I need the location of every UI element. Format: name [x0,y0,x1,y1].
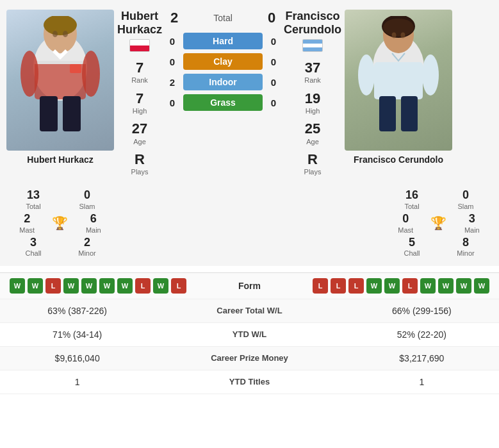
grass-button[interactable]: Grass [183,94,263,111]
right-mast-value: 0 [389,212,421,226]
form-badge-left: W [117,278,133,294]
svg-point-15 [383,19,414,37]
right-player-photo-container: Francisco Cerundolo [345,10,452,179]
form-badge-right: W [474,278,489,294]
right-main-label: Main [456,226,488,235]
right-high-value: 19 [284,90,341,107]
svg-rect-18 [374,62,423,99]
form-badge-right: L [331,278,346,294]
right-age-label: Age [284,138,341,146]
left-age-value: 27 [117,120,162,137]
left-rank-cell: 7 Rank [117,60,162,85]
form-badges-right: LLLWWLWWWW [288,278,490,294]
form-badge-right: W [384,278,400,294]
left-total-label: Total [17,203,49,211]
right-trophy-icon: 🏆 [430,215,446,231]
left-plays-label: Plays [117,168,162,176]
left-mast-value: 2 [11,212,43,226]
indoor-score-left: 2 [165,77,179,88]
left-player-photo-container: Hubert Hurkacz [6,10,114,179]
right-plays-value: R [284,151,341,168]
right-player-silhouette [345,10,452,151]
total-row: 2 Total 0 [165,10,281,26]
form-badge-right: W [456,278,471,294]
svg-rect-21 [379,96,396,131]
center-spacer [117,188,189,258]
form-badge-left: L [135,278,151,294]
clay-button[interactable]: Clay [183,53,263,70]
right-rank-cell: 37 Rank [284,60,341,85]
svg-point-19 [358,54,375,95]
total-label: Total [187,13,259,23]
ytd-titles-row: 1 YTD Titles 1 [0,370,499,394]
right-mast-item: 0 Mast [389,212,421,235]
left-minor-label: Minor [71,249,103,258]
left-minor-item: 2 Minor [71,236,103,258]
left-rank-value: 7 [117,60,162,76]
left-slam-label: Slam [71,203,103,211]
left-stats-panel: Hubert Hurkacz 7 Rank 7 High 27 Age [117,10,162,179]
right-minor-label: Minor [450,249,482,258]
ytd-wl-row: 71% (34-14) YTD W/L 52% (22-20) [0,322,499,346]
svg-rect-22 [401,96,418,131]
total-score-right: 0 [263,10,281,26]
right-spacer [311,188,382,258]
hard-score-right: 0 [266,36,281,47]
right-total-label: Total [396,203,428,211]
left-plays-value: R [117,151,162,168]
bottom-section: WWLWWWWLWL Form LLLWWLWWWW 63% (387-226)… [0,272,499,394]
svg-rect-10 [63,96,81,131]
left-age-label: Age [117,138,162,146]
right-total-item: 16 Total [396,188,428,211]
form-badge-right: W [438,278,454,294]
form-row: WWLWWWWLWL Form LLLWWLWWWW [0,273,499,299]
prize-label: Career Prize Money [154,346,344,370]
svg-point-7 [20,51,38,97]
indoor-score-right: 0 [266,77,281,88]
sub-stats-section: 13 Total 0 Slam 2 Mast 🏆 6 Main [0,188,499,265]
left-plays-cell: R Plays [117,151,162,177]
top-section: Hubert Hurkacz Hubert Hurkacz 7 Rank 7 H… [0,0,499,188]
svg-point-4 [63,31,68,37]
form-badge-right: L [348,278,364,294]
right-rank-value: 37 [284,60,341,76]
right-ytd-titles: 1 [345,370,499,394]
center-spacer2 [192,188,307,258]
right-ytd-wl: 52% (22-20) [345,322,499,346]
svg-point-16 [392,33,397,38]
left-mast-item: 2 Mast [11,212,43,235]
left-slam-item: 0 Slam [71,188,103,211]
left-player-name-header: Hubert Hurkacz [117,10,162,37]
right-prize: $3,217,690 [345,346,499,370]
indoor-button[interactable]: Indoor [183,74,263,90]
left-age-cell: 27 Age [117,120,162,146]
right-plays-label: Plays [284,168,341,176]
right-chall-value: 5 [396,236,428,250]
left-total-value: 13 [17,188,49,203]
main-container: Hubert Hurkacz Hubert Hurkacz 7 Rank 7 H… [0,0,499,394]
right-high-cell: 19 High [284,90,341,116]
ytd-wl-label: YTD W/L [154,322,344,346]
left-minor-value: 2 [71,236,103,250]
svg-rect-6 [35,61,86,64]
right-main-value: 3 [456,212,488,226]
clay-row: 0 Clay 0 [165,53,281,70]
indoor-row: 2 Indoor 0 [165,74,281,90]
right-total-value: 16 [396,188,428,203]
left-player-silhouette [6,10,114,151]
hard-button[interactable]: Hard [183,33,263,49]
left-high-value: 7 [117,90,162,107]
svg-rect-9 [40,96,58,131]
right-age-cell: 25 Age [284,120,341,146]
hard-row: 0 Hard 0 [165,33,281,49]
stats-table: 63% (387-226) Career Total W/L 66% (299-… [0,299,499,394]
left-ytd-titles: 1 [0,370,154,394]
ytd-titles-label: YTD Titles [154,370,344,394]
total-score-left: 2 [165,10,183,26]
left-high-label: High [117,107,162,115]
left-player-name-below: Hubert Hurkacz [27,154,93,165]
right-chall-item: 5 Chall [396,236,428,258]
form-badge-left: W [63,278,79,294]
left-chall-item: 3 Chall [17,236,49,258]
right-rank-label: Rank [284,76,341,85]
